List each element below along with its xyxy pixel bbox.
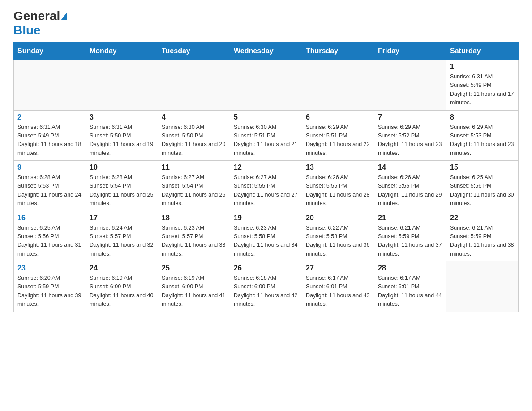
logo: General Blue (13, 9, 68, 38)
calendar-cell: 16Sunrise: 6:25 AM Sunset: 5:56 PM Dayli… (14, 211, 86, 261)
day-number: 14 (378, 163, 442, 171)
calendar-cell: 26Sunrise: 6:18 AM Sunset: 6:00 PM Dayli… (230, 261, 302, 312)
page-header: General Blue (13, 9, 519, 38)
calendar-week-3: 9Sunrise: 6:28 AM Sunset: 5:53 PM Daylig… (14, 161, 519, 211)
day-number: 6 (306, 113, 370, 121)
calendar-cell (86, 60, 158, 111)
day-info: Sunrise: 6:25 AM Sunset: 5:56 PM Dayligh… (450, 173, 515, 208)
day-info: Sunrise: 6:21 AM Sunset: 5:59 PM Dayligh… (450, 224, 515, 259)
calendar-cell: 24Sunrise: 6:19 AM Sunset: 6:00 PM Dayli… (86, 261, 158, 312)
weekday-header-thursday: Thursday (302, 43, 374, 60)
day-number: 2 (17, 113, 82, 121)
day-number: 21 (378, 214, 442, 222)
calendar-cell: 19Sunrise: 6:23 AM Sunset: 5:58 PM Dayli… (230, 211, 302, 261)
calendar-cell: 27Sunrise: 6:17 AM Sunset: 6:01 PM Dayli… (302, 261, 374, 312)
calendar-cell: 9Sunrise: 6:28 AM Sunset: 5:53 PM Daylig… (14, 161, 86, 211)
weekday-header-tuesday: Tuesday (158, 43, 230, 60)
calendar-week-4: 16Sunrise: 6:25 AM Sunset: 5:56 PM Dayli… (14, 211, 519, 261)
day-info: Sunrise: 6:23 AM Sunset: 5:58 PM Dayligh… (234, 224, 298, 259)
weekday-header-saturday: Saturday (446, 43, 519, 60)
day-info: Sunrise: 6:28 AM Sunset: 5:54 PM Dayligh… (90, 173, 154, 208)
day-info: Sunrise: 6:23 AM Sunset: 5:57 PM Dayligh… (162, 224, 226, 259)
calendar-cell: 14Sunrise: 6:26 AM Sunset: 5:55 PM Dayli… (374, 161, 446, 211)
day-info: Sunrise: 6:21 AM Sunset: 5:59 PM Dayligh… (378, 224, 442, 259)
day-info: Sunrise: 6:30 AM Sunset: 5:51 PM Dayligh… (234, 123, 298, 158)
logo-triangle-icon (61, 12, 67, 20)
day-number: 10 (90, 163, 154, 171)
day-number: 16 (17, 214, 82, 222)
day-number: 15 (450, 163, 515, 171)
calendar-week-2: 2Sunrise: 6:31 AM Sunset: 5:49 PM Daylig… (14, 110, 519, 161)
day-info: Sunrise: 6:19 AM Sunset: 6:00 PM Dayligh… (90, 274, 154, 309)
day-info: Sunrise: 6:24 AM Sunset: 5:57 PM Dayligh… (90, 224, 154, 259)
weekday-header-row: SundayMondayTuesdayWednesdayThursdayFrid… (14, 43, 519, 60)
day-number: 22 (450, 214, 515, 222)
calendar-cell: 5Sunrise: 6:30 AM Sunset: 5:51 PM Daylig… (230, 110, 302, 161)
weekday-header-sunday: Sunday (14, 43, 86, 60)
day-number: 19 (234, 214, 298, 222)
calendar-cell: 8Sunrise: 6:29 AM Sunset: 5:53 PM Daylig… (446, 110, 519, 161)
day-info: Sunrise: 6:31 AM Sunset: 5:49 PM Dayligh… (450, 73, 515, 107)
calendar-cell: 2Sunrise: 6:31 AM Sunset: 5:49 PM Daylig… (14, 110, 86, 161)
day-info: Sunrise: 6:25 AM Sunset: 5:56 PM Dayligh… (17, 224, 82, 259)
calendar-table: SundayMondayTuesdayWednesdayThursdayFrid… (13, 42, 519, 312)
calendar-week-1: 1Sunrise: 6:31 AM Sunset: 5:49 PM Daylig… (14, 60, 519, 111)
calendar-week-5: 23Sunrise: 6:20 AM Sunset: 5:59 PM Dayli… (14, 261, 519, 312)
day-info: Sunrise: 6:19 AM Sunset: 6:00 PM Dayligh… (162, 274, 226, 309)
calendar-cell (158, 60, 230, 111)
day-number: 7 (378, 113, 442, 121)
day-number: 25 (162, 264, 226, 272)
day-info: Sunrise: 6:30 AM Sunset: 5:50 PM Dayligh… (162, 123, 226, 158)
day-number: 27 (306, 264, 370, 272)
day-info: Sunrise: 6:29 AM Sunset: 5:51 PM Dayligh… (306, 123, 370, 158)
day-number: 28 (378, 264, 442, 272)
day-info: Sunrise: 6:31 AM Sunset: 5:49 PM Dayligh… (17, 123, 82, 158)
calendar-cell (230, 60, 302, 111)
day-number: 12 (234, 163, 298, 171)
day-info: Sunrise: 6:27 AM Sunset: 5:54 PM Dayligh… (162, 173, 226, 208)
day-info: Sunrise: 6:20 AM Sunset: 5:59 PM Dayligh… (17, 274, 82, 309)
calendar-cell: 22Sunrise: 6:21 AM Sunset: 5:59 PM Dayli… (446, 211, 519, 261)
calendar-cell: 20Sunrise: 6:22 AM Sunset: 5:58 PM Dayli… (302, 211, 374, 261)
day-info: Sunrise: 6:26 AM Sunset: 5:55 PM Dayligh… (306, 173, 370, 208)
day-number: 13 (306, 163, 370, 171)
calendar-cell: 15Sunrise: 6:25 AM Sunset: 5:56 PM Dayli… (446, 161, 519, 211)
calendar-cell: 12Sunrise: 6:27 AM Sunset: 5:55 PM Dayli… (230, 161, 302, 211)
day-info: Sunrise: 6:29 AM Sunset: 5:52 PM Dayligh… (378, 123, 442, 158)
day-info: Sunrise: 6:17 AM Sunset: 6:01 PM Dayligh… (378, 274, 442, 309)
weekday-header-wednesday: Wednesday (230, 43, 302, 60)
day-number: 18 (162, 214, 226, 222)
logo-general-text: General (13, 9, 60, 23)
calendar-cell: 11Sunrise: 6:27 AM Sunset: 5:54 PM Dayli… (158, 161, 230, 211)
day-number: 26 (234, 264, 298, 272)
day-number: 23 (17, 264, 82, 272)
day-info: Sunrise: 6:17 AM Sunset: 6:01 PM Dayligh… (306, 274, 370, 309)
weekday-header-monday: Monday (86, 43, 158, 60)
day-info: Sunrise: 6:29 AM Sunset: 5:53 PM Dayligh… (450, 123, 515, 158)
calendar-cell (374, 60, 446, 111)
day-number: 9 (17, 163, 82, 171)
calendar-cell (14, 60, 86, 111)
day-info: Sunrise: 6:22 AM Sunset: 5:58 PM Dayligh… (306, 224, 370, 259)
day-number: 20 (306, 214, 370, 222)
logo-blue-text: Blue (13, 23, 41, 37)
calendar-cell (446, 261, 519, 312)
day-number: 24 (90, 264, 154, 272)
calendar-cell: 25Sunrise: 6:19 AM Sunset: 6:00 PM Dayli… (158, 261, 230, 312)
day-number: 8 (450, 113, 515, 121)
day-info: Sunrise: 6:31 AM Sunset: 5:50 PM Dayligh… (90, 123, 154, 158)
day-number: 5 (234, 113, 298, 121)
calendar-header: SundayMondayTuesdayWednesdayThursdayFrid… (14, 43, 519, 60)
day-number: 1 (450, 63, 515, 71)
day-number: 17 (90, 214, 154, 222)
calendar-cell: 3Sunrise: 6:31 AM Sunset: 5:50 PM Daylig… (86, 110, 158, 161)
calendar-cell: 23Sunrise: 6:20 AM Sunset: 5:59 PM Dayli… (14, 261, 86, 312)
calendar-body: 1Sunrise: 6:31 AM Sunset: 5:49 PM Daylig… (14, 60, 519, 312)
weekday-header-friday: Friday (374, 43, 446, 60)
calendar-cell: 18Sunrise: 6:23 AM Sunset: 5:57 PM Dayli… (158, 211, 230, 261)
day-number: 4 (162, 113, 226, 121)
calendar-cell: 4Sunrise: 6:30 AM Sunset: 5:50 PM Daylig… (158, 110, 230, 161)
calendar-cell: 17Sunrise: 6:24 AM Sunset: 5:57 PM Dayli… (86, 211, 158, 261)
day-info: Sunrise: 6:18 AM Sunset: 6:00 PM Dayligh… (234, 274, 298, 309)
calendar-cell: 28Sunrise: 6:17 AM Sunset: 6:01 PM Dayli… (374, 261, 446, 312)
